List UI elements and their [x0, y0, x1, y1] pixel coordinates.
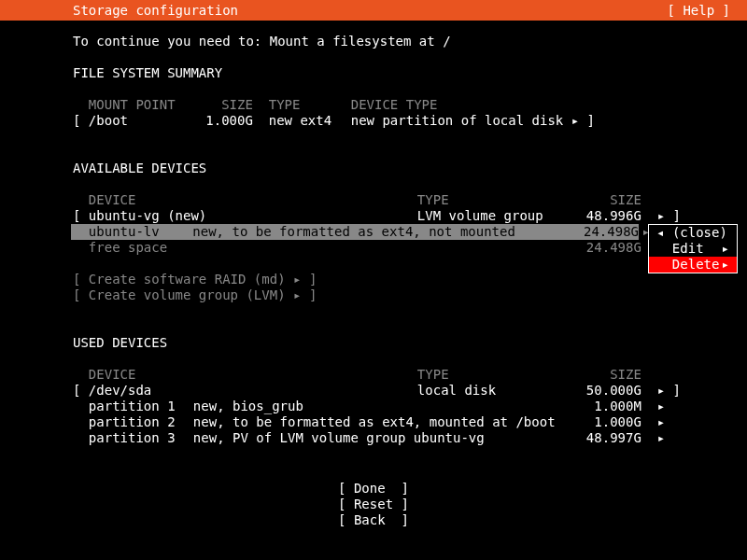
right-arrow-icon: ▸ [722, 257, 729, 273]
create-lvm-label: Create volume group (LVM) [89, 287, 286, 303]
lv-row-selected[interactable]: ubuntu-lvnew, to be formatted as ext4, n… [71, 224, 639, 240]
fs-header-dtype: DEVICE TYPE [351, 97, 438, 113]
free-size: 24.498G [574, 240, 641, 256]
used-header-size: SIZE [574, 367, 641, 383]
free-name: free space [89, 240, 574, 256]
menu-edit[interactable]: Edit▸ [649, 241, 737, 257]
right-arrow-icon: ▸ [293, 287, 301, 303]
p1-desc: new, bios_grub [193, 399, 574, 414]
right-arrow-icon: ▸ [657, 414, 665, 430]
context-menu: ◂ (close) Edit▸ Delete▸ [648, 224, 738, 273]
right-arrow-icon: ▸ [571, 113, 579, 129]
vg-name: ubuntu-vg (new) [89, 208, 417, 224]
lv-desc: new, to be formatted as ext4, not mounte… [192, 224, 571, 240]
done-button[interactable]: [ Done ] [0, 481, 747, 497]
partition2-row[interactable]: partition 2new, to be formatted as ext4,… [73, 414, 747, 430]
create-raid-label: Create software RAID (md) [89, 272, 286, 287]
lv-name: ubuntu-lv [89, 224, 192, 240]
footer-buttons: [ Done ] [ Reset ] [ Back ] [0, 481, 747, 528]
avail-header-device: DEVICE [89, 192, 417, 208]
fs-summary-row[interactable]: [ /boot1.000G new ext4new partition of l… [73, 113, 747, 129]
disk-size: 50.000G [574, 383, 641, 399]
page-title: Storage configuration [73, 3, 238, 19]
disk-name: /dev/sda [89, 383, 417, 399]
avail-header-type: TYPE [417, 192, 574, 208]
free-space-row: free space24.498G [73, 240, 747, 256]
right-arrow-icon: ▸ [657, 430, 665, 446]
fs-type: new ext4 [269, 113, 351, 129]
right-arrow-icon: ▸ [657, 208, 665, 224]
main-content: To continue you need to: Mount a filesys… [0, 21, 747, 446]
p2-name: partition 2 [89, 414, 193, 430]
fs-dtype: new partition of local disk [351, 113, 564, 129]
partition1-row[interactable]: partition 1new, bios_grub1.000M ▸ [73, 399, 747, 414]
used-headers: DEVICETYPESIZE [73, 367, 747, 383]
header-bar: Storage configuration [ Help ] [0, 0, 747, 21]
right-arrow-icon: ▸ [657, 399, 665, 414]
fs-size: 1.000G [193, 113, 253, 129]
right-arrow-icon: ▸ [722, 241, 729, 257]
fs-summary-title: FILE SYSTEM SUMMARY [73, 65, 747, 81]
available-title: AVAILABLE DEVICES [73, 161, 747, 176]
avail-header-size: SIZE [574, 192, 641, 208]
disk-row[interactable]: [ /dev/sdalocal disk50.000G ▸ ] [73, 383, 747, 399]
fs-mount: /boot [89, 113, 193, 129]
right-arrow-icon: ▸ [657, 383, 665, 399]
instruction-text: To continue you need to: Mount a filesys… [73, 34, 747, 49]
p2-size: 1.000G [574, 414, 641, 430]
partition3-row[interactable]: partition 3new, PV of LVM volume group u… [73, 430, 747, 446]
create-raid-option[interactable]: [ Create software RAID (md) ▸ ] [73, 272, 747, 287]
used-title: USED DEVICES [73, 335, 747, 351]
vg-row[interactable]: [ ubuntu-vg (new)LVM volume group48.996G… [73, 208, 747, 224]
back-button[interactable]: [ Back ] [0, 512, 747, 528]
right-arrow-icon: ▸ [293, 272, 301, 287]
fs-header-type: TYPE [269, 97, 351, 113]
used-header-device: DEVICE [89, 367, 417, 383]
vg-type: LVM volume group [417, 208, 574, 224]
reset-button[interactable]: [ Reset ] [0, 497, 747, 512]
menu-close[interactable]: ◂ (close) [649, 225, 737, 241]
p2-desc: new, to be formatted as ext4, mounted at… [193, 414, 574, 430]
lv-size: 24.498G [571, 224, 639, 240]
help-button[interactable]: [ Help ] [668, 3, 730, 19]
menu-delete[interactable]: Delete▸ [649, 257, 737, 273]
p3-desc: new, PV of LVM volume group ubuntu-vg [193, 430, 574, 446]
left-arrow-icon: ◂ [656, 225, 664, 240]
p1-size: 1.000M [574, 399, 641, 414]
fs-summary-headers: MOUNT POINTSIZE TYPEDEVICE TYPE [73, 97, 747, 113]
available-headers: DEVICETYPESIZE [73, 192, 747, 208]
fs-header-mount: MOUNT POINT [89, 97, 193, 113]
create-lvm-option[interactable]: [ Create volume group (LVM) ▸ ] [73, 287, 747, 303]
vg-size: 48.996G [574, 208, 641, 224]
used-header-type: TYPE [417, 367, 574, 383]
p3-size: 48.997G [574, 430, 641, 446]
p3-name: partition 3 [89, 430, 193, 446]
fs-header-size: SIZE [193, 97, 253, 113]
disk-type: local disk [417, 383, 574, 399]
p1-name: partition 1 [89, 399, 193, 414]
